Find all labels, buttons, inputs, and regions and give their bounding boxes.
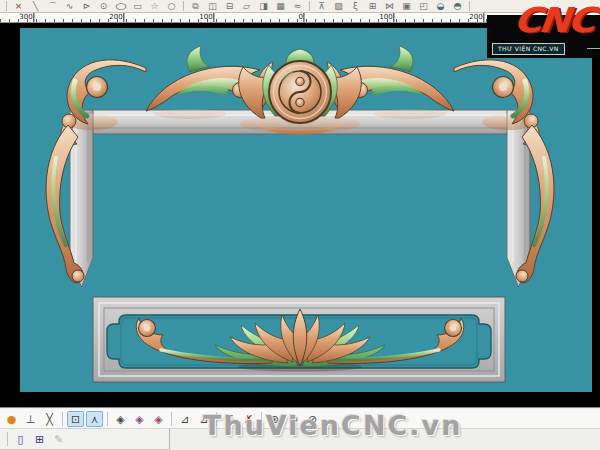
main-canvas[interactable]	[20, 28, 592, 392]
star-tool-icon[interactable]: ☆	[147, 1, 163, 12]
toolbar-separator	[183, 1, 184, 11]
carved-frame	[66, 109, 534, 287]
clamp-icon[interactable]: ⊼	[314, 1, 330, 12]
spline-icon[interactable]: ξ	[348, 1, 364, 12]
site-watermark: ThuVienCNC.vn	[203, 410, 462, 441]
view-solid-icon[interactable]: ▯	[12, 431, 29, 447]
mirror-icon[interactable]: ◫	[205, 1, 221, 12]
weld-icon[interactable]: ⋈	[382, 1, 398, 12]
ruler-label: 300	[19, 13, 34, 22]
cnc-logo-text: CNC	[512, 0, 595, 40]
chamfer-icon[interactable]: ⊿	[176, 411, 193, 427]
delete-node-icon[interactable]: ×	[11, 1, 27, 12]
arc-tool-icon[interactable]: ⌒	[45, 1, 61, 12]
design-canvas-art	[20, 28, 592, 392]
curve-tool-icon[interactable]: ∿	[62, 1, 78, 12]
yin-yang-symbol	[279, 71, 321, 113]
parallel-copy-icon[interactable]: ▱	[239, 1, 255, 12]
toolbar-separator	[469, 1, 470, 11]
mesh-grid-icon[interactable]: ⊞	[365, 1, 381, 12]
toolbar-separator	[62, 412, 63, 426]
smooth-curve-icon[interactable]: ≈	[290, 1, 306, 12]
toolbar-separator	[107, 412, 108, 426]
toolbar-separator	[309, 1, 310, 11]
copy-icon[interactable]: ⧉	[188, 1, 204, 12]
region-icon[interactable]: ▣	[399, 1, 415, 12]
view-toolbar: ▯⊞✎	[0, 429, 170, 450]
ruler-label: 0	[298, 13, 304, 22]
cnc-logo: CNC THƯ VIỆN CNC.VN	[487, 10, 600, 58]
cnc-logo-badge: THƯ VIỆN CNC.VN	[492, 43, 565, 55]
hatch-icon[interactable]: ▨	[331, 1, 347, 12]
grid-array-icon[interactable]: ▦	[273, 1, 289, 12]
polygon-tool-icon[interactable]: ⊳	[79, 1, 95, 12]
drawing-area	[0, 23, 600, 407]
nearest-snap-icon[interactable]: ╳	[41, 411, 58, 427]
toolbar-separator	[171, 412, 172, 426]
line-tool-icon[interactable]: ╲	[28, 1, 44, 12]
toolbar-separator	[7, 432, 8, 446]
ruler-label: 200	[469, 13, 484, 22]
toolbar-separator	[6, 1, 7, 11]
tangent-snap-icon[interactable]: ●	[3, 411, 20, 427]
ellipse-tool-icon[interactable]: ○	[109, 1, 133, 12]
intersection-snap-icon[interactable]: ◈	[131, 411, 148, 427]
lotus-panel	[93, 297, 505, 382]
material-table-icon[interactable]: ⊞	[31, 431, 48, 447]
application-window: ×╲⌒∿⊳⊙○▭☆○⧉◫⊟▱◨▦≈⊼▨ξ⊞⋈▣◰◒◓ 3002001000100…	[0, 0, 600, 450]
cnc-logo-line	[587, 48, 600, 49]
ruler-label: 200	[109, 13, 124, 22]
stamp-tool-icon[interactable]: ✎	[50, 431, 67, 447]
ruler-label: 100	[379, 13, 394, 22]
quadrant-snap-icon[interactable]: ◈	[112, 411, 129, 427]
perpendicular-snap-icon[interactable]: ⊥	[22, 411, 39, 427]
circle-tool-icon[interactable]: ○	[164, 1, 180, 12]
relief-up-icon[interactable]: ◓	[450, 1, 466, 12]
grid-snap-icon[interactable]: ⊡	[67, 411, 84, 427]
ruler-label: 100	[199, 13, 214, 22]
offset-icon[interactable]: ⊟	[222, 1, 238, 12]
midpoint-snap-icon[interactable]: ◈	[150, 411, 167, 427]
half-fill-icon[interactable]: ◨	[256, 1, 272, 12]
relief-down-icon[interactable]: ◒	[433, 1, 449, 12]
corner-box-icon[interactable]: ◰	[416, 1, 432, 12]
node-snap-icon[interactable]: ⋏	[86, 411, 103, 427]
